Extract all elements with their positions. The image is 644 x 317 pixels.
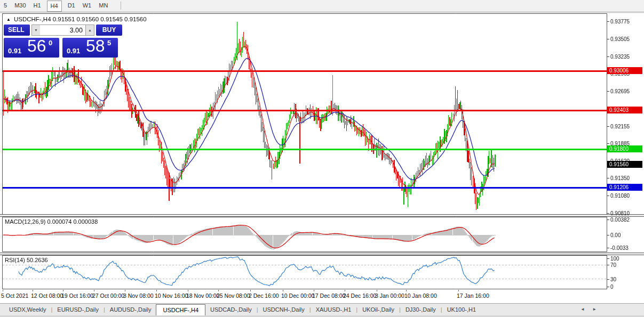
axis-tick-mark xyxy=(607,143,609,144)
date-label: 24 Dec 16:00 xyxy=(343,292,376,299)
time-tick-mark xyxy=(458,290,459,291)
timeframe-button-mn[interactable]: MN xyxy=(99,0,108,11)
chart-tab-ukoil-daily[interactable]: UKOil-,Daily xyxy=(357,304,399,315)
price-level-label: 0.92403 xyxy=(607,107,642,113)
time-tick-mark xyxy=(345,290,345,291)
macd-rsi-divider[interactable] xyxy=(0,253,644,255)
price-tick-label: 0.93775 xyxy=(610,19,630,25)
axis-tick-mark xyxy=(607,248,609,248)
rsi-tick-label: 70 xyxy=(610,262,616,268)
axis-tick-mark xyxy=(607,196,609,196)
chart-tab-eurusd-daily[interactable]: EURUSD-,Daily xyxy=(52,304,104,315)
axis-tick-mark xyxy=(607,213,609,214)
date-label: 17 Jan 16:00 xyxy=(457,292,489,299)
chart-tab-usdcad-daily[interactable]: USDCAD-,Daily xyxy=(205,304,257,315)
volume-input[interactable] xyxy=(40,25,86,36)
date-label: 3 Nov 08:00 xyxy=(123,292,154,299)
chart-tabs: USDX,Weekly|EURUSD-,Daily|AUDUSD-,DailyU… xyxy=(4,304,481,313)
spin-up-icon: ▲ xyxy=(88,28,92,32)
buy-price-pip: 5 xyxy=(107,39,111,47)
chart-ohlc-header: ▲USDCHF-,H4 0.91551 0.91560 0.91545 0.91… xyxy=(6,16,147,22)
rsi-tick-label: 100 xyxy=(610,256,619,262)
price-tick-label: 0.92155 xyxy=(610,124,630,129)
time-tick-mark xyxy=(3,290,3,291)
macd-label: MACD(12,26,9) 0.000074 0.000038 xyxy=(5,218,98,225)
time-axis: 5 Oct 202112 Oct 08:0019 Oct 16:0027 Oct… xyxy=(0,290,644,303)
price-tick-label: 0.91080 xyxy=(610,193,630,199)
date-label: 10 Nov 16:00 xyxy=(155,292,188,299)
symbol-ohlc-text: USDCHF-,H4 0.91551 0.91560 0.91545 0.915… xyxy=(14,16,147,22)
date-label: 25 Nov 08:00 xyxy=(217,292,250,299)
price-level-label: 0.93006 xyxy=(607,67,642,74)
sell-button[interactable]: SELL xyxy=(4,25,30,36)
timeframe-button-m30[interactable]: M30 xyxy=(14,0,26,11)
axis-tick-mark xyxy=(607,91,609,92)
toolbar-separator xyxy=(121,2,121,10)
buy-button[interactable]: BUY xyxy=(96,25,122,36)
macd-tick-label: 0.00382 xyxy=(610,217,630,223)
chart-macd-divider[interactable] xyxy=(0,214,644,217)
price-tick-label: 0.91350 xyxy=(610,175,630,181)
chart-tab-usdchf-h4[interactable]: USDCHF-,H4 xyxy=(156,304,205,315)
axis-tick-mark xyxy=(607,287,609,287)
axis-tick-mark xyxy=(607,279,609,280)
chart-tab-bar: USDX,Weekly|EURUSD-,Daily|AUDUSD-,DailyU… xyxy=(0,303,644,315)
rsi-tick-label: 0 xyxy=(610,284,614,290)
tab-scroll-arrows-icon[interactable]: ◄ ► xyxy=(581,304,600,315)
timeframe-button-h1[interactable]: H1 xyxy=(34,0,41,11)
collapse-triangle-icon[interactable]: ▲ xyxy=(6,17,11,22)
timeframe-button-5[interactable]: 5 xyxy=(4,0,7,11)
axis-tick-mark xyxy=(607,21,609,22)
macd-tick-label: -0.0033 xyxy=(610,245,629,251)
chart-tab-uk100-h1[interactable]: UK100-,H1 xyxy=(442,304,481,315)
date-label: 10 Dec 00:00 xyxy=(281,292,314,299)
date-label: 10 Jan 08:00 xyxy=(404,292,437,299)
axis-tick-mark xyxy=(607,126,609,127)
chart-tab-usdx-weekly[interactable]: USDX,Weekly xyxy=(4,304,51,315)
rsi-indicator-chart[interactable] xyxy=(2,255,607,289)
chart-tab-audusd-daily[interactable]: AUDUSD-,Daily xyxy=(105,304,156,315)
price-tick-label: 0.93505 xyxy=(610,36,630,42)
time-tick-mark xyxy=(188,290,188,291)
sell-price-prefix: 0.91 xyxy=(8,47,21,55)
time-tick-mark xyxy=(63,290,63,291)
time-tick-mark xyxy=(94,290,94,291)
price-level-label: 0.91800 xyxy=(607,145,642,152)
trading-terminal: 5M30H1H4D1W1MN ▲USDCHF-,H4 0.91551 0.915… xyxy=(0,0,644,317)
date-label: 18 Nov 00:00 xyxy=(186,292,219,299)
sell-price-main: 56 xyxy=(27,36,46,56)
date-label: 19 Oct 16:00 xyxy=(61,292,93,299)
spin-down-icon: ▼ xyxy=(34,28,38,32)
volume-decrease-button[interactable]: ▼ xyxy=(31,25,41,36)
time-tick-mark xyxy=(283,290,283,291)
timeframe-button-d1[interactable]: D1 xyxy=(68,0,75,11)
price-level-label: 0.91206 xyxy=(607,184,642,191)
axis-tick-mark xyxy=(607,258,609,259)
date-label: 2 Dec 16:00 xyxy=(249,292,279,299)
one-click-trading-panel: SELL ▼ ▲ BUY 0.91 56 0 0.91 58 5 xyxy=(4,25,122,58)
buy-price-display[interactable]: 0.91 58 5 xyxy=(62,38,118,58)
time-tick-mark xyxy=(156,290,157,291)
rsi-label: RSI(14) 50.2636 xyxy=(5,257,48,263)
date-label: 5 Oct 2021 xyxy=(1,292,28,299)
volume-increase-button[interactable]: ▲ xyxy=(85,25,94,36)
sell-price-pip: 0 xyxy=(49,39,52,47)
chart-tab-dj30-daily[interactable]: DJ30-,Daily xyxy=(401,304,441,315)
time-tick-mark xyxy=(33,290,33,291)
price-tick-label: 0.92695 xyxy=(610,88,630,94)
chart-tab-xauusd-h1[interactable]: XAUUSD-,H1 xyxy=(311,304,356,315)
buy-price-prefix: 0.91 xyxy=(67,47,80,55)
macd-tick-label: 0.00 xyxy=(610,232,621,238)
sell-price-display[interactable]: 0.91 56 0 xyxy=(4,38,59,58)
time-tick-mark xyxy=(406,290,407,291)
chart-tab-usdcnh-daily[interactable]: USDCNH-,Daily xyxy=(258,304,309,315)
time-tick-mark xyxy=(314,290,314,291)
timeframe-button-w1[interactable]: W1 xyxy=(83,0,92,11)
timeframe-button-h4[interactable]: H4 xyxy=(47,1,62,12)
price-level-label: 0.91560 xyxy=(607,161,642,168)
date-label: 27 Oct 00:00 xyxy=(92,292,124,299)
date-label: 12 Oct 08:00 xyxy=(31,292,63,299)
rsi-tick-label: 30 xyxy=(610,277,616,282)
date-label: 3 Jan 00:00 xyxy=(375,292,404,299)
axis-tick-mark xyxy=(607,265,609,265)
